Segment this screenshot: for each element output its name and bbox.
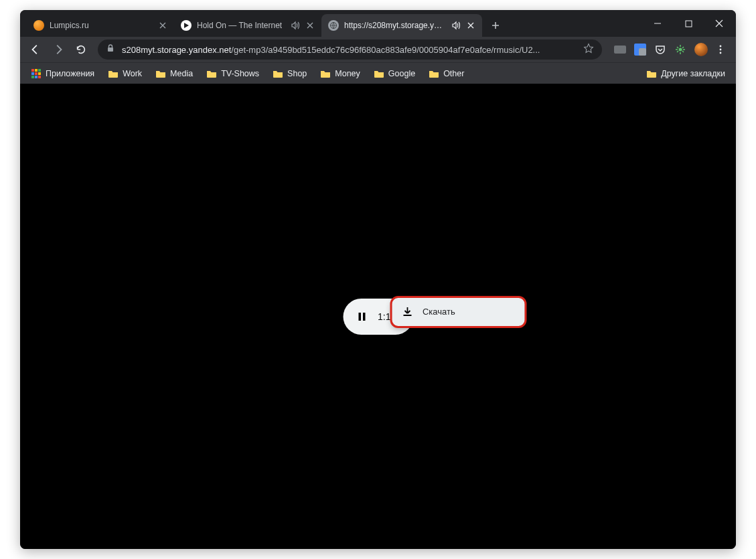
minimize-button[interactable] bbox=[642, 13, 673, 34]
apps-label: Приложения bbox=[46, 69, 94, 78]
bookmark-label: Google bbox=[388, 69, 415, 78]
svg-rect-3 bbox=[614, 46, 626, 54]
svg-point-7 bbox=[720, 46, 722, 48]
bookmark-label: Work bbox=[123, 69, 142, 78]
pause-button[interactable] bbox=[355, 310, 368, 323]
folder-icon bbox=[108, 68, 119, 79]
apps-grid-icon bbox=[31, 68, 42, 79]
svg-rect-20 bbox=[362, 313, 365, 321]
audio-playing-icon[interactable] bbox=[451, 21, 461, 30]
audio-playing-icon[interactable] bbox=[291, 21, 300, 30]
bookmark-folder-shop[interactable]: Shop bbox=[267, 66, 312, 82]
svg-rect-5 bbox=[639, 48, 646, 56]
folder-icon bbox=[155, 68, 166, 79]
download-icon bbox=[401, 306, 413, 318]
bookmark-star-icon[interactable] bbox=[583, 43, 594, 56]
titlebar: Lumpics.ru Hold On — The Internet bbox=[20, 10, 736, 37]
favicon-lumpics bbox=[33, 20, 44, 31]
url-path: /get-mp3/a9459bd515eddc76c96f680ac883afe… bbox=[231, 45, 540, 55]
svg-point-6 bbox=[679, 48, 682, 52]
bookmark-folder-media[interactable]: Media bbox=[150, 66, 198, 82]
svg-rect-12 bbox=[38, 69, 41, 72]
tab-lumpics[interactable]: Lumpics.ru bbox=[27, 14, 174, 37]
bookmark-label: Money bbox=[335, 69, 360, 78]
url-host: s208myt.storage.yandex.net bbox=[122, 45, 231, 55]
back-button[interactable] bbox=[25, 39, 46, 60]
page-content: 1:11 / Скачать bbox=[20, 84, 736, 549]
tab-holdon[interactable]: Hold On — The Internet bbox=[174, 14, 321, 37]
other-bookmarks-button[interactable]: Другие закладки bbox=[641, 66, 731, 82]
svg-rect-19 bbox=[358, 313, 361, 321]
svg-rect-14 bbox=[35, 72, 37, 75]
download-label: Скачать bbox=[423, 307, 455, 317]
new-tab-button[interactable] bbox=[486, 16, 505, 35]
other-bookmarks-label: Другие закладки bbox=[661, 69, 725, 78]
svg-rect-11 bbox=[35, 69, 37, 72]
maximize-button[interactable] bbox=[673, 13, 704, 34]
svg-rect-17 bbox=[35, 76, 37, 78]
context-menu: Скачать bbox=[391, 297, 525, 327]
folder-icon bbox=[429, 68, 439, 79]
tab-title: Hold On — The Internet bbox=[197, 21, 285, 30]
tab-title: Lumpics.ru bbox=[50, 21, 153, 30]
extension-icon-1[interactable] bbox=[614, 44, 626, 56]
download-menu-item[interactable]: Скачать bbox=[392, 301, 524, 323]
folder-icon bbox=[374, 68, 384, 79]
extension-icons bbox=[609, 44, 692, 56]
close-icon[interactable] bbox=[305, 21, 315, 30]
reload-button[interactable] bbox=[71, 39, 91, 60]
svg-point-9 bbox=[720, 52, 722, 54]
apps-button[interactable]: Приложения bbox=[25, 66, 100, 82]
svg-rect-1 bbox=[686, 21, 692, 27]
folder-icon bbox=[646, 68, 657, 79]
tab-storage[interactable]: https://s208myt.storage.yand bbox=[321, 14, 482, 37]
browser-window: Lumpics.ru Hold On — The Internet bbox=[20, 10, 736, 549]
url-text: s208myt.storage.yandex.net/get-mp3/a9459… bbox=[122, 45, 577, 55]
bookmark-folder-other[interactable]: Other bbox=[423, 66, 469, 82]
folder-icon bbox=[320, 68, 331, 79]
bookmark-folder-money[interactable]: Money bbox=[315, 66, 366, 82]
window-controls bbox=[642, 10, 736, 37]
bookmark-label: TV-Shows bbox=[221, 69, 259, 78]
tab-title: https://s208myt.storage.yand bbox=[344, 21, 446, 30]
svg-rect-18 bbox=[38, 76, 41, 78]
svg-rect-15 bbox=[38, 72, 41, 75]
bookmark-label: Media bbox=[170, 69, 193, 78]
tab-strip: Lumpics.ru Hold On — The Internet bbox=[27, 10, 642, 37]
bookmarks-bar: Приложения Work Media TV-Shows Shop Mone… bbox=[20, 62, 736, 84]
google-translate-icon[interactable] bbox=[634, 44, 646, 56]
svg-rect-16 bbox=[31, 76, 34, 78]
svg-rect-13 bbox=[31, 72, 34, 75]
pocket-icon[interactable] bbox=[654, 44, 666, 56]
chrome-menu-button[interactable] bbox=[710, 39, 731, 60]
toolbar: s208myt.storage.yandex.net/get-mp3/a9459… bbox=[20, 37, 736, 62]
address-bar[interactable]: s208myt.storage.yandex.net/get-mp3/a9459… bbox=[98, 39, 602, 60]
folder-icon bbox=[273, 68, 283, 79]
lock-icon bbox=[106, 44, 115, 56]
favicon-play bbox=[181, 20, 192, 31]
audio-player-area: 1:11 / Скачать bbox=[343, 299, 413, 335]
bookmark-folder-google[interactable]: Google bbox=[368, 66, 421, 82]
close-window-button[interactable] bbox=[704, 13, 735, 34]
favicon-globe bbox=[328, 20, 339, 31]
bookmark-label: Other bbox=[443, 69, 464, 78]
extension-icon-4[interactable] bbox=[674, 44, 686, 56]
close-icon[interactable] bbox=[466, 21, 475, 30]
forward-button[interactable] bbox=[48, 39, 68, 60]
close-icon[interactable] bbox=[158, 21, 167, 30]
svg-rect-2 bbox=[108, 48, 113, 52]
svg-rect-10 bbox=[31, 69, 34, 72]
svg-point-8 bbox=[720, 49, 722, 51]
bookmark-folder-tvshows[interactable]: TV-Shows bbox=[201, 66, 264, 82]
bookmark-label: Shop bbox=[287, 69, 307, 78]
profile-avatar[interactable] bbox=[694, 43, 708, 56]
folder-icon bbox=[206, 68, 217, 79]
bookmark-folder-work[interactable]: Work bbox=[102, 66, 147, 82]
